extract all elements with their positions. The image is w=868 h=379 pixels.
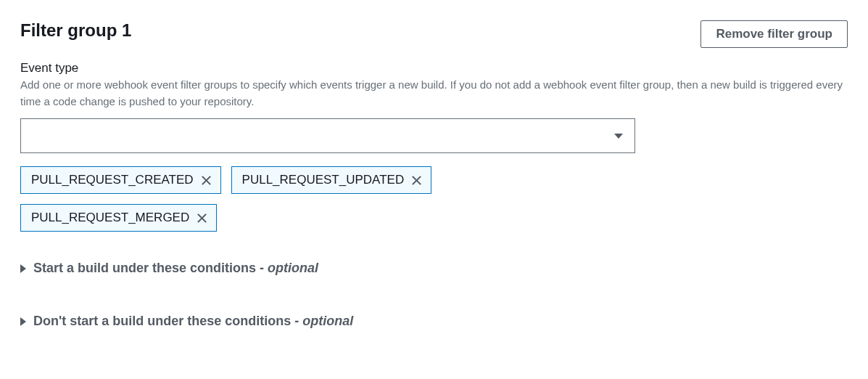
start-build-conditions-label: Start a build under these conditions - o…	[33, 261, 318, 276]
event-tag-pull-request-updated: PULL_REQUEST_UPDATED	[231, 166, 432, 194]
dont-start-build-conditions-section[interactable]: Don't start a build under these conditio…	[20, 314, 848, 329]
expand-icon	[20, 264, 26, 273]
remove-tag-button[interactable]	[197, 213, 207, 224]
caret-down-icon	[614, 134, 623, 139]
event-tag-label: PULL_REQUEST_CREATED	[31, 173, 194, 187]
event-tag-pull-request-created: PULL_REQUEST_CREATED	[20, 166, 221, 194]
close-icon	[411, 175, 422, 186]
event-tag-pull-request-merged: PULL_REQUEST_MERGED	[20, 204, 217, 232]
close-icon	[197, 213, 207, 224]
remove-tag-button[interactable]	[201, 175, 212, 186]
event-tag-label: PULL_REQUEST_UPDATED	[242, 173, 405, 187]
event-type-label: Event type	[20, 61, 848, 76]
event-tag-label: PULL_REQUEST_MERGED	[31, 211, 189, 225]
start-build-conditions-section[interactable]: Start a build under these conditions - o…	[20, 261, 848, 276]
close-icon	[201, 175, 212, 186]
remove-filter-group-button[interactable]: Remove filter group	[700, 20, 848, 48]
filter-group-title: Filter group 1	[20, 20, 131, 41]
expand-icon	[20, 317, 26, 326]
remove-tag-button[interactable]	[411, 175, 422, 186]
event-type-select[interactable]	[20, 118, 635, 153]
event-type-description: Add one or more webhook event filter gro…	[20, 77, 847, 110]
dont-start-build-conditions-label: Don't start a build under these conditio…	[33, 314, 353, 329]
